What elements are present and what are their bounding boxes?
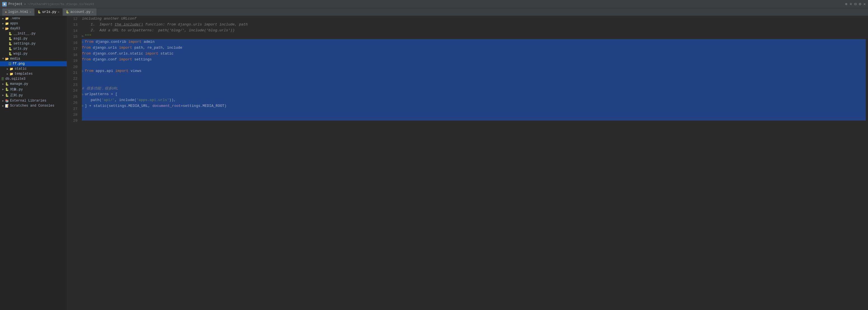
sidebar-item-zhengze[interactable]: ▶ 🐍 正则.py <box>0 92 67 98</box>
sidebar-item-managepy[interactable]: ▶ 🐍 manage.py <box>0 82 67 87</box>
toolbar-icons: ⊕ ≡ ⊟ ⚙ ✕ <box>845 2 866 6</box>
apps-label: apps <box>10 22 18 26</box>
venv-label: .venv <box>10 17 20 21</box>
code-line-12: including another URLconf <box>82 16 866 22</box>
close-icon[interactable]: ✕ <box>864 2 866 6</box>
project-label[interactable]: ▣ Project ▾ ~/PycharmProjects/5x_django_… <box>2 2 94 6</box>
code-line-23 <box>82 80 866 86</box>
code-line-20 <box>82 62 866 68</box>
sidebar-item-scratches[interactable]: ▶ 📝 Scratches and Consoles <box>0 103 67 108</box>
settings-label: settings.py <box>13 42 35 45</box>
zhengze-label: 正则.py <box>10 93 23 98</box>
collapse-icon[interactable]: ⊟ <box>854 2 857 6</box>
fold-27[interactable]: ▷ <box>82 104 84 108</box>
scratches-icon: 📝 <box>5 104 9 108</box>
static-label: static <box>14 67 27 71</box>
code-line-26: path('api/', include('apps.api.urls')), <box>82 97 866 103</box>
asgi-py-icon: 🐍 <box>8 37 12 40</box>
editor[interactable]: 12 13 14 15 16 17 18 19 20 21 22 23 24 2… <box>67 16 868 310</box>
code-line-22 <box>82 74 866 80</box>
list-icon[interactable]: ≡ <box>849 2 852 6</box>
fold-21[interactable]: ▷ <box>82 69 84 73</box>
tab-urls-py[interactable]: 🐍 urls.py ✕ <box>35 8 62 16</box>
sidebar: ▶ 📁 .venv ▶ 📁 apps ▼ 📂 day03 🐍 __init__.… <box>0 16 67 310</box>
project-title: Project <box>8 2 22 6</box>
sidebar-item-dbsqlite[interactable]: 🗄 db.sqlite3 <box>0 76 67 82</box>
sidebar-item-urls[interactable]: 🐍 urls.py <box>0 46 67 51</box>
apps-arrow: ▶ <box>1 22 5 25</box>
dropdown-arrow[interactable]: ▾ <box>24 2 26 6</box>
managepy-label: manage.py <box>10 82 28 86</box>
ffpng-icon: 🖼 <box>8 62 11 66</box>
code-line-16: ▷from django.contrib import admin <box>82 39 866 45</box>
day03-folder-icon: 📂 <box>5 27 9 31</box>
wsgi-label: wsgi.py <box>13 52 27 56</box>
settings-py-icon: 🐍 <box>8 42 12 45</box>
venv-arrow: ▶ <box>1 17 5 20</box>
tab-urls-py-close[interactable]: ✕ <box>58 10 60 14</box>
sidebar-item-init[interactable]: 🐍 __init__.py <box>0 31 67 36</box>
sidebar-item-wsgi[interactable]: 🐍 wsgi.py <box>0 51 67 56</box>
py-icon-account: 🐍 <box>66 10 69 14</box>
managepy-py-icon: 🐍 <box>5 82 9 86</box>
py-icon-urls: 🐍 <box>37 10 41 14</box>
duixiang-label: 对象.py <box>10 87 23 92</box>
tab-account-py[interactable]: 🐍 account.py ✕ <box>63 8 96 16</box>
code-area: 12 13 14 15 16 17 18 19 20 21 22 23 24 2… <box>67 16 868 310</box>
sidebar-item-templates[interactable]: ▶ 📁 templates <box>0 71 67 76</box>
duixiang-py-icon: 🐍 <box>5 88 9 91</box>
settings-icon[interactable]: ⚙ <box>859 2 861 6</box>
media-arrow: ▼ <box>1 57 5 60</box>
fold-25[interactable]: ▷ <box>82 92 84 97</box>
fold-15[interactable]: ▷ <box>82 34 84 39</box>
project-icon: ▣ <box>2 2 7 6</box>
static-folder-icon: 📁 <box>9 67 13 71</box>
code-line-13: 1. Import the include() function: from d… <box>82 22 866 28</box>
sidebar-item-media[interactable]: ▼ 📂 media <box>0 56 67 61</box>
code-line-29 <box>82 115 866 121</box>
sidebar-item-venv[interactable]: ▶ 📁 .venv <box>0 16 67 21</box>
code-content[interactable]: including another URLconf 1. Import the … <box>80 16 868 310</box>
tab-login-html[interactable]: ◈ login.html ✕ <box>2 8 34 16</box>
code-line-24: # 很多功能，很多URL <box>82 86 866 92</box>
tab-urls-py-label: urls.py <box>42 10 56 14</box>
code-line-21: ▷from apps.api import views <box>82 68 866 74</box>
html-icon: ◈ <box>5 10 7 14</box>
code-line-14: 2. Add a URL to urlpatterns: path('blog/… <box>82 28 866 34</box>
sidebar-item-ffpng[interactable]: 🖼 ff.png <box>0 61 67 66</box>
sidebar-item-settings[interactable]: 🐍 settings.py <box>0 41 67 46</box>
day03-arrow: ▼ <box>1 27 5 30</box>
sidebar-item-static[interactable]: ▶ 📁 static <box>0 66 67 71</box>
code-line-28 <box>82 109 866 115</box>
templates-folder-icon: 📁 <box>9 72 13 76</box>
venv-folder-icon: 📁 <box>5 17 9 21</box>
line-numbers: 12 13 14 15 16 17 18 19 20 21 22 23 24 2… <box>67 16 80 310</box>
scratches-arrow: ▶ <box>1 104 5 107</box>
tab-login-html-close[interactable]: ✕ <box>30 10 31 14</box>
media-folder-icon: 📂 <box>5 57 9 61</box>
urls-label: urls.py <box>13 47 27 51</box>
duixiang-arrow: ▶ <box>1 88 5 91</box>
asgi-label: asgi.py <box>13 37 27 40</box>
tab-account-py-close[interactable]: ✕ <box>92 10 94 14</box>
code-line-18: from django.conf.urls.static import stat… <box>82 51 866 57</box>
tabs-bar: ◈ login.html ✕ 🐍 urls.py ✕ 🐍 account.py … <box>0 8 868 16</box>
code-line-19: from django.conf import settings <box>82 57 866 63</box>
zhengze-py-icon: 🐍 <box>5 93 9 97</box>
zhengze-arrow: ▶ <box>1 94 5 97</box>
sidebar-item-day03[interactable]: ▼ 📂 day03 <box>0 26 67 31</box>
media-label: media <box>10 57 20 61</box>
sidebar-item-external-libraries[interactable]: ▶ 📚 External Libraries <box>0 98 67 103</box>
add-icon[interactable]: ⊕ <box>845 2 847 6</box>
sidebar-item-apps[interactable]: ▶ 📁 apps <box>0 21 67 26</box>
ffpng-label: ff.png <box>12 62 25 66</box>
code-line-17: from django.urls import path, re_path, i… <box>82 45 866 51</box>
db-icon: 🗄 <box>1 77 4 81</box>
urls-py-icon: 🐍 <box>8 47 12 51</box>
ext-arrow: ▶ <box>1 99 5 102</box>
init-label: __init__.py <box>13 32 35 35</box>
code-line-25: ▷urlpatterns = [ <box>82 92 866 97</box>
fold-16[interactable]: ▷ <box>82 40 84 44</box>
sidebar-item-duixiang[interactable]: ▶ 🐍 对象.py <box>0 87 67 92</box>
sidebar-item-asgi[interactable]: 🐍 asgi.py <box>0 36 67 41</box>
